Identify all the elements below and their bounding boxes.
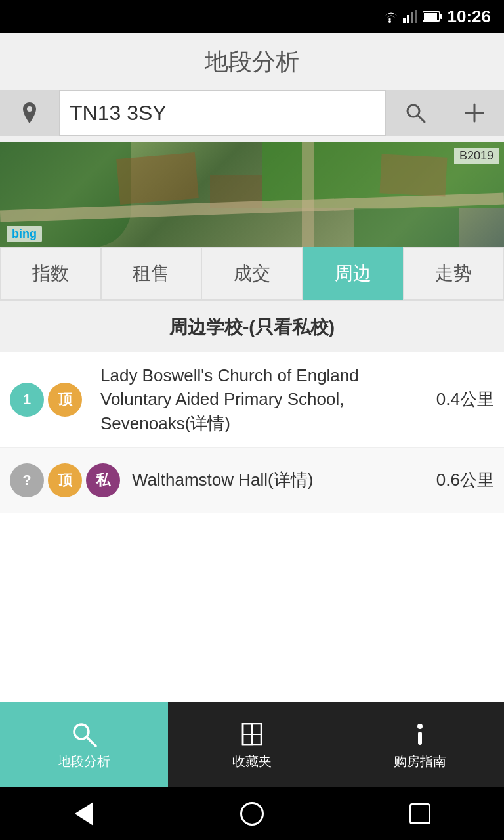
badge-rank-1: 1: [10, 383, 44, 417]
wifi-icon: [382, 10, 398, 23]
recents-button[interactable]: [404, 797, 436, 830]
tabs-container: 指数 租售 成交 周边 走势: [0, 247, 504, 301]
school-name-2[interactable]: Walthamstow Hall(详情): [132, 468, 429, 492]
svg-rect-16: [418, 732, 422, 745]
bottom-nav-favorites[interactable]: 收藏夹: [168, 702, 336, 788]
signal-icon: [403, 10, 417, 23]
search-nav-icon: [70, 720, 98, 749]
bottom-nav-analysis[interactable]: 地段分析: [0, 702, 168, 788]
bing-watermark: bing: [7, 226, 42, 242]
search-icon: [404, 102, 427, 124]
badge-top-1: 顶: [48, 383, 82, 417]
school-row[interactable]: 1 顶 Lady Boswell's Church of England Vol…: [0, 352, 504, 448]
svg-rect-7: [440, 14, 442, 19]
school-distance-2: 0.6公里: [429, 469, 494, 492]
info-nav-icon: [406, 720, 434, 749]
badge-top-2: 顶: [48, 463, 82, 497]
svg-point-15: [417, 724, 423, 729]
svg-rect-4: [415, 10, 417, 23]
section-title: 周边学校-(只看私校): [0, 301, 504, 352]
bottom-nav-analysis-label: 地段分析: [58, 753, 110, 770]
plus-icon: [463, 102, 486, 124]
status-icons: 10:26: [382, 7, 492, 27]
svg-rect-2: [407, 15, 410, 23]
page-title: 地段分析: [0, 33, 504, 90]
status-time: 10:26: [448, 7, 492, 27]
home-button[interactable]: [236, 797, 268, 830]
svg-point-0: [388, 20, 391, 23]
school-badges-1: 1 顶: [10, 383, 89, 417]
bottom-nav-guide-label: 购房指南: [394, 753, 446, 770]
system-nav: [0, 788, 504, 840]
school-distance-1: 0.4公里: [429, 388, 494, 411]
status-bar: 10:26: [0, 0, 504, 33]
tab-trend[interactable]: 走势: [403, 247, 504, 300]
svg-rect-1: [403, 18, 406, 23]
svg-line-9: [418, 116, 425, 122]
school-row[interactable]: ? 顶 私 Walthamstow Hall(详情) 0.6公里: [0, 448, 504, 513]
search-input[interactable]: [59, 90, 386, 136]
school-name-1[interactable]: Lady Boswell's Church of England Volunta…: [100, 364, 429, 435]
schools-list: 1 顶 Lady Boswell's Church of England Vol…: [0, 352, 504, 702]
battery-icon: [423, 10, 442, 22]
add-button[interactable]: [445, 90, 504, 136]
badge-unknown-2: ?: [10, 463, 44, 497]
svg-line-13: [87, 738, 96, 746]
home-icon: [240, 802, 264, 826]
location-icon: [18, 101, 41, 125]
bottom-nav: 地段分析 收藏夹 购房指南: [0, 702, 504, 788]
back-button[interactable]: [68, 797, 100, 830]
badge-private-2: 私: [86, 463, 120, 497]
tab-deal[interactable]: 成交: [201, 247, 303, 300]
location-button[interactable]: [0, 90, 59, 136]
bottom-nav-guide[interactable]: 购房指南: [336, 702, 504, 788]
book-nav-icon: [238, 720, 266, 749]
tab-nearby[interactable]: 周边: [303, 247, 404, 300]
tab-rent[interactable]: 租售: [101, 247, 202, 300]
tab-index[interactable]: 指数: [0, 247, 101, 300]
back-icon: [75, 802, 93, 826]
svg-rect-3: [411, 12, 413, 23]
map-copyright: B2019: [454, 148, 499, 164]
map-area[interactable]: bing B2019: [0, 142, 504, 247]
svg-point-12: [74, 724, 89, 739]
recents-icon: [410, 803, 430, 824]
bottom-nav-favorites-label: 收藏夹: [232, 753, 272, 770]
svg-rect-6: [424, 13, 437, 20]
search-button[interactable]: [386, 90, 445, 136]
school-badges-2: ? 顶 私: [10, 463, 120, 497]
search-bar: [0, 90, 504, 142]
